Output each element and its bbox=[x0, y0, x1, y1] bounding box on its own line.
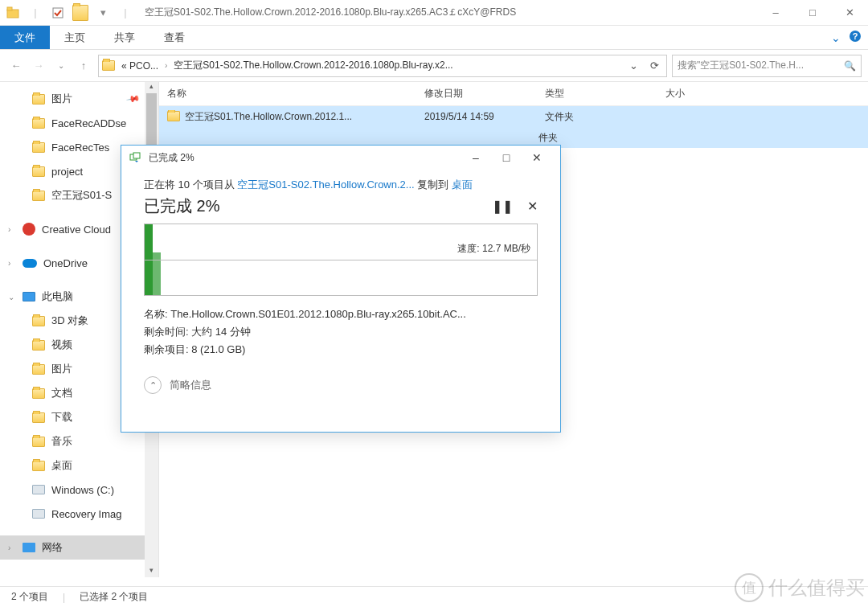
folder-icon bbox=[32, 461, 45, 471]
maximize-button[interactable]: □ bbox=[794, 0, 831, 26]
address-row: ← → ⌄ ↑ « PCO... › 空王冠S01-S02.The.Hollow… bbox=[0, 50, 868, 82]
sidebar-item-label: 下载 bbox=[51, 410, 72, 424]
column-headers: 名称 修改日期 类型 大小 bbox=[159, 82, 868, 106]
folder-icon bbox=[72, 5, 88, 21]
folder-icon bbox=[32, 142, 45, 153]
status-selection: 已选择 2 个项目 bbox=[80, 590, 148, 604]
sidebar-item-label: Windows (C:) bbox=[51, 484, 114, 496]
breadcrumb-1[interactable]: « PCO... bbox=[118, 60, 162, 72]
minimize-button[interactable]: – bbox=[757, 0, 794, 26]
sidebar-item-label: 网络 bbox=[42, 540, 63, 555]
sidebar-item-label: 桌面 bbox=[51, 458, 72, 473]
copy-icon bbox=[129, 151, 142, 164]
folder-icon bbox=[32, 191, 45, 201]
nav-back-button[interactable]: ← bbox=[6, 56, 26, 76]
folder-icon bbox=[32, 437, 45, 447]
window-controls: – □ ✕ bbox=[757, 0, 868, 26]
checkbox-icon[interactable] bbox=[50, 5, 66, 21]
current-file: The.Hollow.Crown.S01E01.2012.1080p.Blu-r… bbox=[170, 308, 466, 320]
sidebar-item-label: 图片 bbox=[51, 362, 72, 376]
scroll-down-icon[interactable]: ▾ bbox=[145, 566, 158, 577]
creativecloud-icon bbox=[23, 223, 35, 236]
folder-icon bbox=[32, 94, 45, 105]
dialog-close-button[interactable]: ✕ bbox=[522, 151, 552, 164]
sidebar-item-network[interactable]: ›网络 bbox=[0, 535, 158, 560]
address-bar[interactable]: « PCO... › 空王冠S01-S02.The.Hollow.Crown.2… bbox=[98, 55, 667, 77]
dialog-titlebar[interactable]: 已完成 2% – □ ✕ bbox=[121, 146, 560, 170]
search-icon[interactable]: 🔍 bbox=[844, 60, 856, 72]
nav-up-button[interactable]: ↑ bbox=[74, 56, 93, 76]
disk-icon bbox=[32, 509, 45, 519]
copy-source-link[interactable]: 空王冠S01-S02.The.Hollow.Crown.2... bbox=[237, 178, 414, 191]
sidebar-item-desktop[interactable]: 桌面 bbox=[0, 453, 158, 478]
folder-icon bbox=[32, 316, 45, 326]
folder-icon bbox=[32, 388, 45, 399]
sidebar-item-pictures[interactable]: 图片📌 bbox=[0, 87, 158, 111]
qat-dropdown[interactable]: ▾ bbox=[95, 5, 111, 21]
sidebar-item-label: 3D 对象 bbox=[51, 314, 88, 328]
chevron-down-icon[interactable]: ⌄ bbox=[8, 293, 14, 301]
chevron-right-icon[interactable]: › bbox=[8, 259, 10, 268]
file-type: 文件夹 bbox=[537, 110, 657, 124]
quick-access-toolbar: | ▾ | bbox=[0, 5, 138, 21]
sidebar-item-cdrive[interactable]: Windows (C:) bbox=[0, 478, 158, 502]
chevron-right-icon[interactable]: › bbox=[8, 225, 10, 234]
copy-dest-link[interactable]: 桌面 bbox=[452, 178, 473, 191]
col-size[interactable]: 大小 bbox=[657, 87, 738, 100]
sidebar-item-label: 视频 bbox=[51, 338, 72, 352]
sidebar-item-facerecaddse[interactable]: FaceRecADDse bbox=[0, 111, 158, 135]
sidebar-item-recovery[interactable]: Recovery Imag bbox=[0, 502, 158, 526]
sidebar-item-music[interactable]: 音乐 bbox=[0, 429, 158, 453]
nav-forward-button[interactable]: → bbox=[29, 56, 48, 76]
refresh-button[interactable]: ⟳ bbox=[645, 59, 663, 72]
remaining-items: 8 (21.0 GB) bbox=[191, 343, 245, 355]
file-date: 2019/5/14 14:59 bbox=[416, 111, 537, 122]
divider: | bbox=[27, 5, 43, 21]
table-row[interactable]: 空王冠S01.The.Hollow.Crown.2012.1... 2019/5… bbox=[159, 106, 868, 127]
tab-view[interactable]: 查看 bbox=[149, 26, 199, 49]
col-type[interactable]: 类型 bbox=[537, 87, 657, 100]
tab-share[interactable]: 共享 bbox=[100, 26, 149, 49]
sidebar-item-label: 空王冠S01-S bbox=[51, 188, 112, 203]
tab-home[interactable]: 主页 bbox=[50, 26, 100, 49]
folder-icon bbox=[167, 111, 180, 121]
sidebar-item-label: 图片 bbox=[51, 92, 72, 106]
ribbon: 文件 主页 共享 查看 ⌄ ? bbox=[0, 26, 868, 50]
tab-file[interactable]: 文件 bbox=[0, 26, 50, 49]
address-dropdown[interactable]: ⌄ bbox=[624, 59, 642, 72]
close-button[interactable]: ✕ bbox=[831, 0, 868, 26]
scroll-up-icon[interactable]: ▴ bbox=[145, 82, 158, 93]
app-icon bbox=[5, 5, 21, 21]
status-count: 2 个项目 bbox=[11, 590, 48, 604]
chevron-up-icon: ⌃ bbox=[144, 376, 162, 394]
breadcrumb-2[interactable]: 空王冠S01-S02.The.Hollow.Crown.2012-2016.10… bbox=[170, 59, 456, 72]
disk-icon bbox=[32, 485, 45, 494]
folder-icon bbox=[32, 340, 45, 351]
cancel-button[interactable]: ✕ bbox=[527, 199, 538, 214]
speed-graph: 速度: 12.7 MB/秒 bbox=[144, 224, 538, 296]
col-date[interactable]: 修改日期 bbox=[416, 87, 537, 100]
dialog-maximize-button[interactable]: □ bbox=[491, 151, 522, 164]
sidebar-item-label: 音乐 bbox=[51, 434, 72, 449]
chevron-right-icon[interactable]: › bbox=[165, 61, 167, 70]
nav-recent-button[interactable]: ⌄ bbox=[51, 56, 71, 76]
help-icon[interactable]: ? bbox=[849, 30, 862, 45]
col-name[interactable]: 名称 bbox=[159, 87, 416, 100]
fewer-details-label: 简略信息 bbox=[170, 378, 211, 392]
ribbon-expand-icon[interactable]: ⌄ bbox=[831, 31, 841, 44]
dialog-title: 已完成 2% bbox=[149, 151, 194, 165]
chevron-right-icon[interactable]: › bbox=[8, 543, 10, 552]
fewer-details-button[interactable]: ⌃ 简略信息 bbox=[144, 376, 538, 394]
sidebar-item-label: Recovery Imag bbox=[51, 508, 121, 520]
sidebar-item-label: OneDrive bbox=[43, 257, 88, 269]
search-input[interactable]: 搜索"空王冠S01-S02.The.H... 🔍 bbox=[672, 55, 862, 77]
watermark: 值什么值得买 bbox=[735, 572, 865, 604]
svg-rect-6 bbox=[133, 153, 140, 158]
folder-icon bbox=[32, 118, 45, 129]
pause-button[interactable]: ❚❚ bbox=[492, 199, 513, 214]
progress-heading: 已完成 2% ❚❚ ✕ bbox=[144, 195, 538, 217]
dialog-minimize-button[interactable]: – bbox=[461, 151, 491, 164]
remaining-time: 大约 14 分钟 bbox=[191, 326, 251, 338]
file-name: 空王冠S01.The.Hollow.Crown.2012.1... bbox=[185, 111, 352, 122]
sidebar-item-label: FaceRecADDse bbox=[51, 117, 126, 129]
